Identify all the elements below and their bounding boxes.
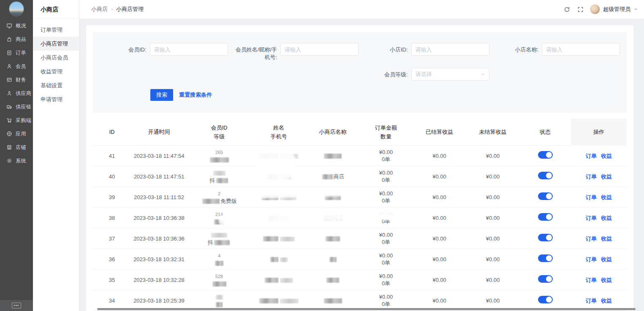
submenu-item-shop-management[interactable]: 小商店管理 bbox=[33, 37, 79, 51]
horizontal-scrollbar[interactable] bbox=[97, 308, 636, 310]
cell-settled: ¥0.00 bbox=[413, 194, 466, 201]
earnings-link[interactable]: 收益 bbox=[601, 173, 612, 180]
column-header-actions: 操作 bbox=[571, 119, 627, 146]
status-toggle[interactable] bbox=[538, 296, 553, 303]
cell-order-amount: ¥0.00 0单 bbox=[359, 252, 413, 266]
submenu-item-shop-members[interactable]: 小商店会员 bbox=[33, 51, 79, 65]
sidebar-item-orders[interactable]: 订单 bbox=[0, 46, 33, 59]
shop-id-input[interactable] bbox=[411, 43, 489, 56]
order-count: 0单 bbox=[359, 259, 413, 266]
order-link[interactable]: 订单 bbox=[586, 235, 597, 242]
search-button[interactable]: 搜索 bbox=[150, 89, 173, 101]
sidebar-item-label: 供应商 bbox=[16, 90, 32, 97]
cell-member-id-level: 214 bbox=[187, 211, 251, 225]
earnings-link[interactable]: 收益 bbox=[601, 256, 612, 263]
earnings-link[interactable]: 收益 bbox=[601, 276, 612, 284]
order-link[interactable]: 订单 bbox=[586, 297, 597, 304]
content-card: 会员ID: 会员姓名/昵称/手机号: 小店ID: 小店名称: bbox=[86, 25, 633, 311]
breadcrumb-root[interactable]: 小商店 bbox=[91, 5, 108, 13]
earnings-link[interactable]: 收益 bbox=[601, 152, 612, 160]
sidebar-item-members[interactable]: 会员 bbox=[0, 59, 33, 73]
app-logo[interactable] bbox=[9, 1, 24, 16]
cell-shop-name: 商店 bbox=[306, 214, 359, 222]
cell-id: 37 bbox=[93, 235, 131, 242]
redacted-block bbox=[325, 195, 341, 200]
sidebar-item-supplier[interactable]: 供应商 bbox=[0, 87, 33, 100]
sidebar-item-apps[interactable]: 应用 bbox=[0, 127, 33, 141]
submenu-item-earnings-management[interactable]: 收益管理 bbox=[33, 65, 79, 78]
earnings-link[interactable]: 收益 bbox=[601, 235, 612, 242]
cell-name-phone bbox=[251, 276, 306, 284]
cell-actions: 订单 收益 bbox=[571, 256, 627, 263]
sidebar-item-label: 供应链 bbox=[16, 103, 32, 111]
member-level-select[interactable]: 请选择 bbox=[411, 68, 489, 81]
shop-id-label: 小店ID: bbox=[364, 43, 411, 54]
sidebar-collapse-button[interactable]: ••• bbox=[0, 300, 33, 311]
apps-icon bbox=[6, 131, 12, 137]
redacted-block bbox=[263, 236, 278, 241]
sidebar-item-procurement[interactable]: 采购端 bbox=[0, 114, 33, 127]
cell-id: 34 bbox=[93, 297, 131, 304]
fullscreen-icon[interactable] bbox=[576, 5, 584, 13]
sidebar-item-label: 系统 bbox=[16, 157, 26, 165]
redacted-block bbox=[280, 175, 291, 179]
cell-settled: ¥0.00 bbox=[413, 152, 466, 160]
status-toggle[interactable] bbox=[538, 213, 553, 221]
redacted-block bbox=[259, 298, 278, 303]
order-amount: ¥0.00 bbox=[359, 211, 413, 218]
refresh-icon[interactable] bbox=[563, 5, 571, 13]
status-toggle[interactable] bbox=[538, 234, 553, 241]
submenu-list: 订单管理 小商店管理 小商店会员 收益管理 基础设置 申请管理 bbox=[33, 19, 79, 106]
cell-id: 35 bbox=[93, 276, 131, 284]
truck-icon bbox=[6, 104, 12, 110]
order-link[interactable]: 订单 bbox=[586, 173, 597, 180]
reset-filters-link[interactable]: 重置搜索条件 bbox=[179, 91, 212, 99]
sidebar-item-supply-chain[interactable]: 供应链 bbox=[0, 100, 33, 114]
sidebar-item-overview[interactable]: 概况 bbox=[0, 19, 33, 32]
status-toggle[interactable] bbox=[538, 172, 553, 179]
monitor-icon bbox=[6, 23, 12, 29]
cell-id: 41 bbox=[93, 152, 131, 160]
sidebar-item-goods[interactable]: 商品 bbox=[0, 32, 33, 46]
earnings-link[interactable]: 收益 bbox=[601, 194, 612, 201]
cell-order-amount: ¥0.00 0单 bbox=[359, 293, 413, 308]
redacted-block bbox=[212, 281, 226, 287]
column-header-opened-time: 开通时间 bbox=[131, 127, 187, 136]
cell-member-id-level: 抖 bbox=[187, 169, 251, 184]
cell-unsettled: ¥0.00 bbox=[466, 194, 519, 201]
status-toggle[interactable] bbox=[538, 254, 553, 262]
sidebar-item-system[interactable]: 系统 bbox=[0, 154, 33, 168]
cell-status bbox=[519, 296, 571, 305]
table-header: ID 开通时间 会员ID等级 姓名手机号 小商店名称 订单金额数量 已结算收益 … bbox=[93, 119, 627, 146]
sidebar-item-finance[interactable]: 财务 bbox=[0, 73, 33, 87]
user-menu[interactable]: 超级管理员 bbox=[590, 4, 638, 14]
redacted-block bbox=[280, 278, 293, 283]
submenu-item-basic-settings[interactable]: 基础设置 bbox=[33, 78, 79, 92]
earnings-link[interactable]: 收益 bbox=[601, 214, 612, 222]
shop-name-fragment: 商店 bbox=[334, 173, 345, 180]
order-link[interactable]: 订单 bbox=[586, 214, 597, 222]
member-id-input[interactable] bbox=[150, 43, 228, 56]
cell-id: 40 bbox=[93, 173, 131, 180]
status-toggle[interactable] bbox=[538, 275, 553, 283]
sidebar-item-label: 财务 bbox=[16, 76, 26, 84]
cell-actions: 订单 收益 bbox=[571, 235, 627, 242]
order-link[interactable]: 订单 bbox=[586, 276, 597, 284]
column-header-shop-name: 小商店名称 bbox=[306, 127, 359, 136]
order-link[interactable]: 订单 bbox=[586, 194, 597, 201]
module-title: 小商店 bbox=[33, 0, 79, 19]
earnings-link[interactable]: 收益 bbox=[601, 297, 612, 304]
status-toggle[interactable] bbox=[538, 192, 553, 200]
status-toggle[interactable] bbox=[538, 151, 553, 159]
member-id-fragment: 214 bbox=[215, 212, 223, 217]
sidebar-item-store[interactable]: 店铺 bbox=[0, 141, 33, 154]
order-link[interactable]: 订单 bbox=[586, 256, 597, 263]
redacted-block bbox=[260, 154, 278, 159]
shop-name-input[interactable] bbox=[542, 43, 620, 56]
submenu-item-application-management[interactable]: 申请管理 bbox=[33, 92, 79, 106]
order-link[interactable]: 订单 bbox=[586, 152, 597, 160]
member-name-input[interactable] bbox=[280, 43, 359, 56]
submenu-item-order-management[interactable]: 订单管理 bbox=[33, 23, 79, 37]
cell-unsettled: ¥0.00 bbox=[466, 235, 519, 242]
cell-actions: 订单 收益 bbox=[571, 214, 627, 222]
